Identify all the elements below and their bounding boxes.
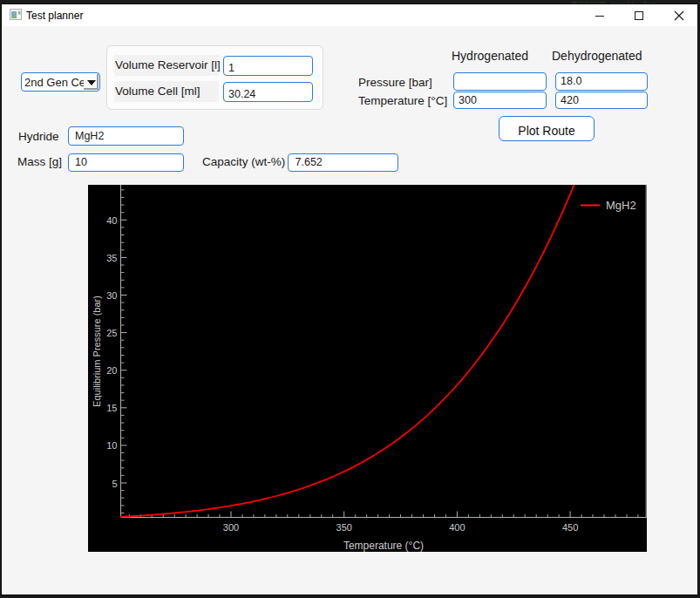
svg-text:450: 450 [562, 522, 578, 533]
svg-text:350: 350 [336, 522, 352, 533]
svg-text:25: 25 [106, 328, 117, 338]
svg-text:MgH2: MgH2 [606, 199, 636, 212]
svg-text:10: 10 [106, 440, 117, 451]
svg-text:40: 40 [106, 215, 117, 226]
svg-text:300: 300 [223, 522, 239, 533]
svg-text:35: 35 [106, 253, 117, 263]
svg-text:15: 15 [106, 403, 117, 413]
svg-text:20: 20 [106, 365, 117, 376]
svg-text:5: 5 [112, 479, 117, 489]
svg-text:400: 400 [449, 522, 465, 533]
svg-text:Equilibrium Pressure (bar): Equilibrium Pressure (bar) [92, 296, 102, 407]
svg-text:Temperature (°C): Temperature (°C) [343, 540, 424, 552]
svg-text:30: 30 [106, 290, 117, 301]
